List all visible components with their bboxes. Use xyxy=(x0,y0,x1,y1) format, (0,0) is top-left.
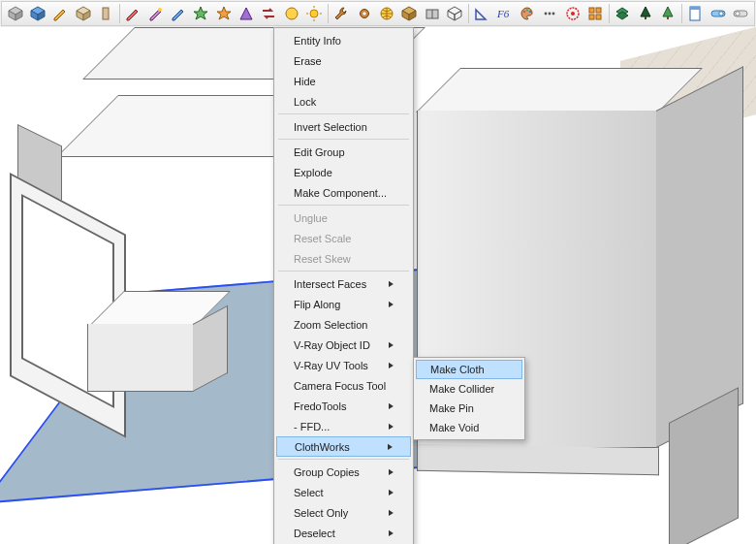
menu-item-group-copies[interactable]: Group Copies▶ xyxy=(276,462,411,482)
svg-marker-30 xyxy=(455,11,461,20)
menu-item-v-ray-object-id[interactable]: V-Ray Object ID▶ xyxy=(276,335,411,355)
svg-text:F6: F6 xyxy=(496,8,510,19)
menu-item-entity-info[interactable]: Entity Info xyxy=(276,30,411,50)
layer-green-icon[interactable] xyxy=(612,3,634,24)
submenu-item-make-collider[interactable]: Make Collider xyxy=(416,379,522,399)
menu-item-edit-group[interactable]: Edit Group xyxy=(276,142,411,162)
pencil-star-icon[interactable] xyxy=(144,3,167,24)
grid-orange-icon[interactable] xyxy=(584,3,607,24)
arrow-swap-icon[interactable] xyxy=(258,3,280,24)
svg-marker-48 xyxy=(663,7,673,16)
svg-point-36 xyxy=(549,13,551,16)
menu-item-label: Flip Along xyxy=(294,299,340,310)
svg-marker-29 xyxy=(448,11,455,20)
pencil-red-icon[interactable] xyxy=(122,3,144,24)
svg-point-14 xyxy=(286,8,298,19)
menu-item-label: FredoTools xyxy=(294,400,346,412)
toggle-icon[interactable] xyxy=(707,3,729,24)
f6-script-icon[interactable]: F6 xyxy=(493,3,516,24)
svg-rect-47 xyxy=(645,16,646,19)
menu-item-explode[interactable]: Explode xyxy=(276,162,411,182)
purple-triangle-icon[interactable] xyxy=(235,3,257,24)
cabinet-top[interactable] xyxy=(416,68,703,112)
package-icon[interactable] xyxy=(421,3,443,24)
submenu-item-make-void[interactable]: Make Void xyxy=(416,418,522,437)
globe-icon[interactable] xyxy=(375,3,397,24)
toolbar-separator xyxy=(681,4,682,23)
star-green-icon[interactable] xyxy=(190,3,212,24)
gear-brown-icon[interactable] xyxy=(353,3,375,24)
menu-item-make-component[interactable]: Make Component... xyxy=(276,182,411,203)
sun-icon[interactable] xyxy=(302,3,325,24)
submenu-item-make-cloth[interactable]: Make Cloth xyxy=(416,360,522,379)
menu-item-clothworks[interactable]: ClothWorks▶ xyxy=(276,436,411,457)
column-icon[interactable] xyxy=(94,3,116,24)
menu-item-invert-selection[interactable]: Invert Selection xyxy=(276,116,411,137)
menu-item-label: V-Ray Object ID xyxy=(294,339,370,351)
menu-item-intersect-faces[interactable]: Intersect Faces▶ xyxy=(276,273,411,294)
svg-point-53 xyxy=(719,12,723,16)
svg-rect-51 xyxy=(690,7,700,10)
submenu-arrow-icon: ▶ xyxy=(389,361,394,369)
menu-item-label: - FFD... xyxy=(294,421,330,432)
submenu-arrow-icon: ▶ xyxy=(389,340,394,349)
submenu-item-label: Make Pin xyxy=(429,402,474,414)
tree-dark-icon[interactable] xyxy=(634,3,656,24)
svg-marker-13 xyxy=(240,8,252,19)
svg-point-32 xyxy=(523,11,525,13)
menu-item-label: Unglue xyxy=(294,212,328,224)
palette-icon[interactable] xyxy=(516,3,538,24)
wrench-icon[interactable] xyxy=(331,3,353,24)
svg-rect-42 xyxy=(589,15,594,19)
menu-item-fredotools[interactable]: FredoTools▶ xyxy=(276,396,411,416)
menu-item-flip-along[interactable]: Flip Along▶ xyxy=(276,294,411,314)
pencil-blue-icon[interactable] xyxy=(167,3,189,24)
menu-item-lock[interactable]: Lock xyxy=(276,91,411,112)
svg-marker-28 xyxy=(448,7,461,15)
menu-item-select[interactable]: Select▶ xyxy=(276,482,411,502)
svg-point-55 xyxy=(736,12,740,16)
svg-rect-49 xyxy=(667,16,669,19)
doc-blue-icon[interactable] xyxy=(684,3,707,24)
menu-item-select-only[interactable]: Select Only▶ xyxy=(276,502,411,523)
cube-blue-icon[interactable] xyxy=(26,3,48,24)
context-submenu[interactable]: Make ClothMake ColliderMake PinMake Void xyxy=(413,357,525,440)
toolbar-separator xyxy=(119,4,120,23)
tree-light-icon[interactable] xyxy=(657,3,679,24)
submenu-arrow-icon: ▶ xyxy=(389,401,394,410)
cube-grey-icon[interactable] xyxy=(4,3,26,24)
star-orange-icon[interactable] xyxy=(212,3,235,24)
menu-item-label: Invert Selection xyxy=(294,121,367,133)
menu-item-label: Explode xyxy=(294,167,332,178)
menu-separator xyxy=(278,139,409,140)
side-table-front[interactable] xyxy=(87,324,194,392)
menu-item-label: Entity Info xyxy=(294,35,341,47)
cabinet-base[interactable] xyxy=(417,444,659,475)
target-red-icon[interactable] xyxy=(561,3,583,24)
menu-item-v-ray-uv-tools[interactable]: V-Ray UV Tools▶ xyxy=(276,355,411,375)
svg-rect-41 xyxy=(596,8,601,13)
angle-icon[interactable] xyxy=(471,3,493,24)
dots-icon[interactable] xyxy=(539,3,561,24)
context-menu[interactable]: Entity InfoEraseHideLockInvert Selection… xyxy=(273,27,414,544)
cube-solid-icon[interactable] xyxy=(398,3,421,24)
menu-item-label: Camera Focus Tool xyxy=(294,380,386,392)
cube-wire-icon[interactable] xyxy=(443,3,465,24)
toggle-off-icon[interactable] xyxy=(730,3,752,24)
pencil-icon[interactable] xyxy=(49,3,72,24)
menu-item-camera-focus-tool[interactable]: Camera Focus Tool xyxy=(276,375,411,396)
menu-item-label: Hide xyxy=(294,76,316,87)
menu-item-ffd[interactable]: - FFD...▶ xyxy=(276,416,411,436)
submenu-item-make-pin[interactable]: Make Pin xyxy=(416,399,522,418)
menu-item-erase[interactable]: Erase xyxy=(276,50,411,71)
menu-item-hide[interactable]: Hide xyxy=(276,71,411,91)
menu-item-label: V-Ray UV Tools xyxy=(294,360,368,371)
star-badge-icon[interactable] xyxy=(280,3,302,24)
svg-rect-43 xyxy=(596,15,601,19)
menu-item-label: Reset Skew xyxy=(294,253,351,265)
menu-item-label: Edit Group xyxy=(294,146,345,158)
menu-item-zoom-selection[interactable]: Zoom Selection xyxy=(276,314,411,335)
submenu-arrow-icon: ▶ xyxy=(389,467,394,476)
cube-tan-icon[interactable] xyxy=(72,3,94,24)
menu-item-deselect[interactable]: Deselect▶ xyxy=(276,523,411,543)
